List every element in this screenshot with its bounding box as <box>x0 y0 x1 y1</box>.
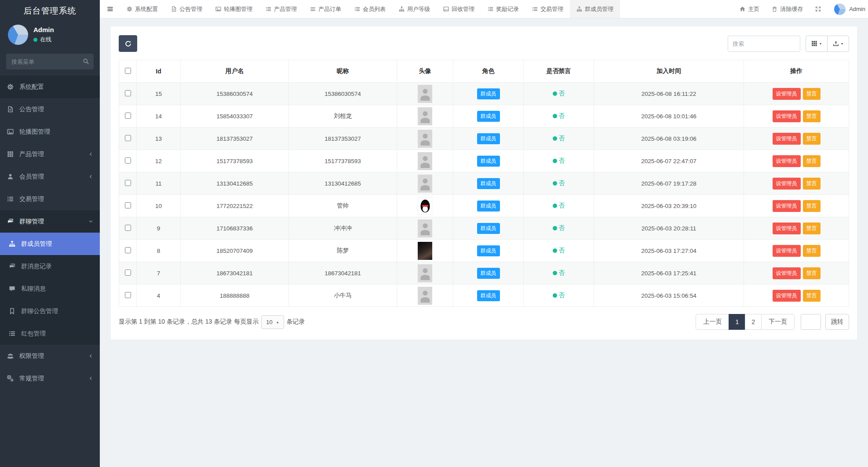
mute-button[interactable]: 禁言 <box>803 200 821 212</box>
header-avatar: 头像 <box>397 60 453 83</box>
admin-avatar[interactable] <box>834 4 846 15</box>
status-dot-icon <box>553 226 557 230</box>
columns-button[interactable]: ▼ <box>806 36 828 52</box>
row-checkbox[interactable] <box>125 157 131 164</box>
row-checkbox[interactable] <box>125 202 131 208</box>
row-checkbox[interactable] <box>125 270 131 276</box>
clear-cache-link[interactable]: 清除缓存 <box>766 0 809 18</box>
pagination: 显示第 1 到第 10 条记录，总共 13 条记录 每页显示 10▲ 条记录 上… <box>119 314 849 330</box>
set-admin-button[interactable]: 设管理员 <box>773 133 801 145</box>
avatar-placeholder <box>418 264 432 282</box>
sidebar-item-transactions[interactable]: 交易管理 <box>0 188 100 210</box>
muted-status: 否 <box>553 179 565 187</box>
cell-id: 14 <box>137 105 181 128</box>
sidebar-item-system-config[interactable]: 系统配置 <box>0 76 100 98</box>
row-checkbox[interactable] <box>125 180 131 186</box>
mute-button[interactable]: 禁言 <box>803 223 821 234</box>
tab-carousel[interactable]: 轮播图管理 <box>209 0 259 18</box>
mute-button[interactable]: 禁言 <box>803 178 821 190</box>
page-content: ▼ ▼ Id 用户名 昵称 头像 角色 <box>100 18 868 467</box>
mute-button[interactable]: 禁言 <box>803 88 821 100</box>
sidebar-item-announcements[interactable]: 公告管理 <box>0 98 100 120</box>
tab-member-list[interactable]: 会员列表 <box>348 0 392 18</box>
online-dot-icon <box>33 38 37 42</box>
home-link[interactable]: 主页 <box>733 0 766 18</box>
avatar-qq-penguin <box>418 197 432 215</box>
cell-join-time: 2025-06-08 10:01:46 <box>594 105 744 128</box>
jump-page-input[interactable] <box>801 314 821 330</box>
set-admin-button[interactable]: 设管理员 <box>773 88 801 100</box>
row-checkbox[interactable] <box>125 292 131 298</box>
role-badge: 群成员 <box>477 245 500 256</box>
set-admin-button[interactable]: 设管理员 <box>773 178 801 190</box>
tab-user-levels[interactable]: 用户等级 <box>392 0 437 18</box>
tab-announcements[interactable]: 公告管理 <box>164 0 209 18</box>
cell-nickname: 管帅 <box>289 195 397 217</box>
jump-button[interactable]: 跳转 <box>825 314 849 330</box>
tab-products[interactable]: 产品管理 <box>259 0 303 18</box>
cell-nickname: 18673042181 <box>289 262 397 285</box>
cell-nickname: 陈梦 <box>289 240 397 262</box>
mute-button[interactable]: 禁言 <box>803 110 821 122</box>
image-icon <box>7 128 15 135</box>
sidebar-item-group-message-log[interactable]: 群消息记录 <box>0 255 100 277</box>
tab-transactions[interactable]: 交易管理 <box>525 0 570 18</box>
tab-rewards[interactable]: 奖励记录 <box>481 0 525 18</box>
tab-system-config[interactable]: 系统配置 <box>120 0 164 18</box>
admin-name[interactable]: Admin <box>849 6 868 12</box>
sidebar-item-group-chat[interactable]: 群聊管理 <box>0 210 100 233</box>
avatar-placeholder <box>418 85 432 103</box>
menu-search-input[interactable] <box>6 54 94 69</box>
sidebar-item-permissions[interactable]: 权限管理 <box>0 345 100 367</box>
sidebar-item-products[interactable]: 产品管理 <box>0 143 100 165</box>
tab-product-orders[interactable]: 产品订单 <box>303 0 348 18</box>
mute-button[interactable]: 禁言 <box>803 290 821 302</box>
fullscreen-button[interactable] <box>809 0 830 18</box>
admin-app: 后台管理系统 Admin 在线 系统配置 公告管理 轮播图管理 产品管理 会员管… <box>0 0 868 467</box>
sidebar-item-members[interactable]: 会员管理 <box>0 165 100 188</box>
sidebar-item-private-messages[interactable]: 私聊消息 <box>0 277 100 300</box>
cell-id: 9 <box>137 217 181 240</box>
mute-button[interactable]: 禁言 <box>803 267 821 279</box>
set-admin-button[interactable]: 设管理员 <box>773 245 801 257</box>
select-all-checkbox[interactable] <box>125 68 131 74</box>
sidebar-item-red-packets[interactable]: 红包管理 <box>0 322 100 345</box>
sidebar-item-group-announcements[interactable]: 群聊公告管理 <box>0 300 100 322</box>
prev-page-button[interactable]: 上一页 <box>696 314 729 330</box>
sidebar-toggle-button[interactable] <box>100 0 120 18</box>
page-size-select[interactable]: 10▲ <box>261 315 284 329</box>
tab-recycle[interactable]: 回收管理 <box>437 0 481 18</box>
sidebar-item-general[interactable]: 常规管理 <box>0 367 100 390</box>
row-checkbox[interactable] <box>125 247 131 253</box>
list-icon <box>532 6 538 12</box>
table-search-input[interactable] <box>728 36 800 52</box>
row-checkbox[interactable] <box>125 113 131 119</box>
mute-button[interactable]: 禁言 <box>803 133 821 145</box>
sidebar-item-carousel[interactable]: 轮播图管理 <box>0 120 100 143</box>
tab-group-members[interactable]: 群成员管理 <box>570 0 620 18</box>
row-checkbox[interactable] <box>125 225 131 231</box>
header-checkbox-cell <box>119 60 137 83</box>
comments-icon <box>7 218 15 225</box>
role-badge: 群成员 <box>477 133 500 144</box>
mute-button[interactable]: 禁言 <box>803 155 821 167</box>
set-admin-button[interactable]: 设管理员 <box>773 267 801 279</box>
next-page-button[interactable]: 下一页 <box>761 314 795 330</box>
set-admin-button[interactable]: 设管理员 <box>773 290 801 302</box>
page-button-1[interactable]: 1 <box>729 314 745 330</box>
set-admin-button[interactable]: 设管理员 <box>773 223 801 234</box>
grid-icon <box>7 151 15 157</box>
set-admin-button[interactable]: 设管理员 <box>773 155 801 167</box>
export-button[interactable]: ▼ <box>827 36 849 52</box>
set-admin-button[interactable]: 设管理员 <box>773 200 801 212</box>
sidebar-item-group-members[interactable]: 群成员管理 <box>0 233 100 255</box>
table-toolbar: ▼ ▼ <box>119 35 849 52</box>
row-checkbox[interactable] <box>125 135 131 141</box>
status-dot-icon <box>553 271 557 275</box>
mute-button[interactable]: 禁言 <box>803 245 821 257</box>
set-admin-button[interactable]: 设管理员 <box>773 110 801 122</box>
page-button-2[interactable]: 2 <box>745 314 762 330</box>
refresh-button[interactable] <box>119 35 137 52</box>
row-checkbox[interactable] <box>125 90 131 96</box>
table-row: 4 188888888 小牛马 群成员 否 2025-06-03 15:06:5… <box>119 285 849 307</box>
